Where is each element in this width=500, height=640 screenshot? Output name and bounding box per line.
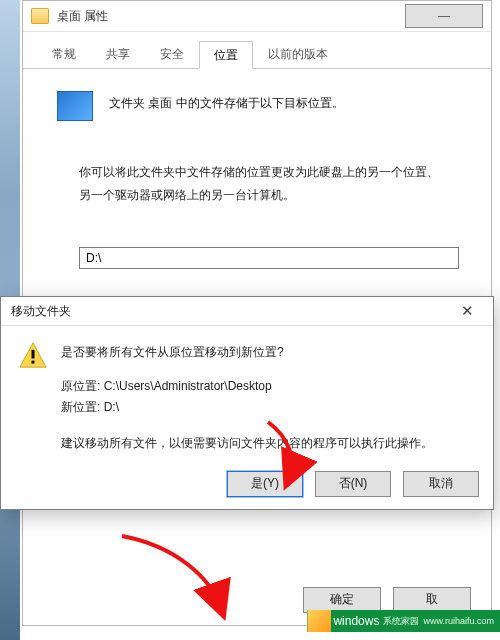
tab-general[interactable]: 常规 <box>37 40 91 68</box>
new-path-value: D:\ <box>104 400 119 414</box>
path-input[interactable] <box>79 247 459 269</box>
window-title: 桌面 属性 <box>57 8 393 25</box>
tab-strip: 常规 共享 安全 位置 以前的版本 <box>23 32 491 69</box>
tab-security[interactable]: 安全 <box>145 40 199 68</box>
watermark-domain: www.ruihaifu.com <box>423 616 494 626</box>
minimize-button[interactable]: — <box>405 4 483 28</box>
watermark-brand: windows <box>333 614 379 628</box>
dialog-titlebar: 移动文件夹 ✕ <box>1 297 493 326</box>
dialog-message: 是否要将所有文件从原位置移动到新位置? 原位置: C:\Users\Admini… <box>61 342 475 454</box>
dialog-title: 移动文件夹 <box>11 303 451 320</box>
dialog-new-path: 新位置: D:\ <box>61 397 475 417</box>
new-path-label: 新位置: <box>61 400 104 414</box>
svg-rect-1 <box>32 350 35 359</box>
watermark-flag-icon <box>307 610 331 632</box>
location-description: 你可以将此文件夹中文件存储的位置更改为此硬盘上的另一个位置、另一个驱动器或网络上… <box>79 161 457 207</box>
titlebar: 桌面 属性 — <box>23 1 491 32</box>
folder-icon <box>31 8 49 24</box>
location-header-row: 文件夹 桌面 中的文件存储于以下目标位置。 <box>57 91 457 121</box>
dialog-old-path: 原位置: C:\Users\Administrator\Desktop <box>61 376 475 396</box>
old-path-label: 原位置: <box>61 379 104 393</box>
dialog-body: 是否要将所有文件从原位置移动到新位置? 原位置: C:\Users\Admini… <box>1 326 493 454</box>
no-button[interactable]: 否(N) <box>315 471 391 497</box>
location-header-text: 文件夹 桌面 中的文件存储于以下目标位置。 <box>109 91 344 112</box>
tab-sharing[interactable]: 共享 <box>91 40 145 68</box>
old-path-value: C:\Users\Administrator\Desktop <box>104 379 272 393</box>
dialog-cancel-button[interactable]: 取消 <box>403 471 479 497</box>
warning-icon <box>19 342 47 368</box>
move-folder-dialog: 移动文件夹 ✕ 是否要将所有文件从原位置移动到新位置? 原位置: C:\User… <box>0 296 494 510</box>
watermark-sub: 系统家园 <box>383 615 419 628</box>
svg-rect-2 <box>32 361 35 364</box>
yes-button[interactable]: 是(Y) <box>227 471 303 497</box>
dialog-suggestion: 建议移动所有文件，以便需要访问文件夹内容的程序可以执行此操作。 <box>61 433 475 453</box>
watermark: windows 系统家园 www.ruihaifu.com <box>307 610 500 632</box>
dialog-button-row: 是(Y) 否(N) 取消 <box>215 471 479 497</box>
desktop-folder-icon <box>57 91 93 121</box>
dialog-question: 是否要将所有文件从原位置移动到新位置? <box>61 342 475 362</box>
tab-location-body: 文件夹 桌面 中的文件存储于以下目标位置。 你可以将此文件夹中文件存储的位置更改… <box>23 69 491 287</box>
tab-previous-versions[interactable]: 以前的版本 <box>253 40 343 68</box>
tab-location[interactable]: 位置 <box>199 41 253 69</box>
close-icon: ✕ <box>461 302 474 319</box>
dialog-close-button[interactable]: ✕ <box>451 302 483 320</box>
